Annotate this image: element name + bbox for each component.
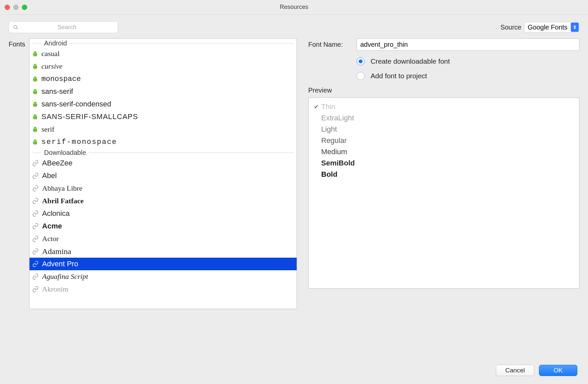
preview-box: ✔Thin ExtraLight Light Regular Medium Se… [308,97,579,288]
font-item-label: ABeeZee [42,159,73,167]
group-header-downloadable: Downloadable [29,148,297,157]
top-row: Source Google Fonts [9,21,579,33]
list-item[interactable]: serif-monospace [29,136,297,148]
font-name-row: Font Name: [308,38,579,51]
font-item-label: serif-monospace [41,138,117,146]
list-item[interactable]: Aclonica [29,207,297,220]
svg-point-0 [14,26,17,29]
svg-line-1 [17,28,18,29]
list-item[interactable]: serif [29,123,297,136]
preview-item[interactable]: Regular [313,135,574,146]
search-input[interactable] [20,24,114,31]
group-header-label: Android [44,39,67,47]
left-column: Fonts Android casual cursive monospace s… [9,38,297,357]
radio-add-label: Add font to project [371,72,427,80]
close-window-button[interactable] [5,5,10,10]
radio-add[interactable] [357,72,365,80]
cancel-button[interactable]: Cancel [496,365,534,376]
font-item-label: sans-serif [41,87,73,96]
font-item-label: Aclonica [42,209,70,218]
ok-button[interactable]: OK [539,365,577,376]
link-icon [32,286,39,292]
link-icon [32,248,39,255]
search-field-wrap[interactable] [9,21,118,33]
font-name-input[interactable] [357,38,579,51]
preview-item[interactable]: SemiBold [313,158,574,169]
middle-row: Fonts Android casual cursive monospace s… [9,38,579,357]
preview-weight-label: ExtraLight [321,114,354,122]
list-item[interactable]: ABeeZee [29,157,297,169]
link-icon [32,223,39,229]
list-item[interactable]: casual [29,47,297,60]
font-item-label: Abel [42,171,57,180]
preview-item[interactable]: Bold [313,169,574,180]
preview-item[interactable]: ✔Thin [313,101,574,112]
list-item[interactable]: sans-serif-condensed [29,98,297,110]
search-icon [13,25,18,30]
link-icon [32,273,39,280]
preview-weight-label: Medium [321,148,347,156]
list-item[interactable]: Aguafina Script [29,270,297,283]
list-item[interactable]: sans-serif [29,85,297,98]
list-item[interactable]: cursive [29,60,297,73]
list-item-selected[interactable]: Advent Pro [29,258,297,270]
link-icon [32,185,39,192]
titlebar: Resources [0,0,588,15]
font-item-label: serif [41,125,54,134]
font-item-label: monospace [41,75,81,83]
link-icon [32,261,39,267]
list-item[interactable]: SANS-SERIF-SMALLCAPS [29,110,297,123]
android-icon [32,114,38,120]
preview-label: Preview [308,87,579,94]
font-item-label: Adamina [42,247,71,256]
preview-item[interactable]: Medium [313,146,574,158]
link-icon [32,235,39,242]
group-header-android: Android [29,39,297,47]
link-icon [32,160,39,166]
preview-item[interactable]: Light [313,124,574,135]
list-item[interactable]: Abril Fatface [29,195,297,207]
radio-create[interactable] [357,57,365,65]
source-label: Source [500,24,521,31]
source-block: Source Google Fonts [500,22,579,32]
font-item-label: Akronim [42,285,68,293]
android-icon [32,89,38,95]
android-icon [32,63,38,69]
font-item-label: cursive [41,62,63,71]
zoom-window-button[interactable] [22,5,27,10]
link-icon [32,172,39,179]
font-item-label: Aguafina Script [42,272,88,281]
preview-item[interactable]: ExtraLight [313,112,574,124]
list-item[interactable]: Abel [29,169,297,182]
font-item-label: SANS-SERIF-SMALLCAPS [41,112,138,121]
content-area: Source Google Fonts Fonts [0,15,588,384]
group-header-label: Downloadable [44,149,86,157]
list-item[interactable]: Abhaya Libre [29,182,297,195]
radio-add-row[interactable]: Add font to project [357,72,579,80]
list-item[interactable]: Acme [29,220,297,232]
radio-create-row[interactable]: Create downloadable font [357,57,579,65]
font-name-label: Font Name: [308,41,351,48]
list-item[interactable]: Adamina [29,245,297,258]
font-list[interactable]: Android casual cursive monospace sans-se… [29,38,297,309]
list-item[interactable]: Actor [29,232,297,245]
android-icon [32,51,38,57]
fonts-label: Fonts [9,38,25,357]
footer: Cancel OK [9,357,579,382]
list-item[interactable]: monospace [29,73,297,85]
check-icon: ✔ [313,103,319,110]
source-select[interactable]: Google Fonts [524,22,579,32]
link-icon [32,210,39,217]
radio-create-label: Create downloadable font [371,57,450,65]
minimize-window-button[interactable] [13,5,19,10]
android-icon [32,101,38,107]
source-select-wrap[interactable]: Google Fonts [524,22,579,32]
android-icon [32,76,38,82]
link-icon [32,198,39,204]
resources-window: Resources Source Google Fonts [0,0,588,384]
traffic-lights [5,5,27,10]
preview-weight-label: Thin [321,102,335,111]
preview-weight-label: Regular [321,136,347,145]
list-item[interactable]: Akronim [29,283,297,295]
font-item-label: Abril Fatface [42,197,84,205]
